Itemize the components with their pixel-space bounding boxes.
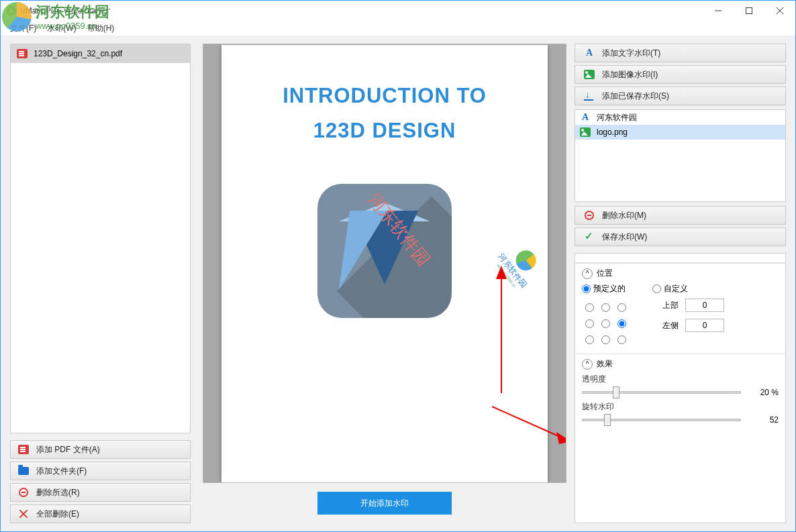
page-heading-2: 123D DESIGN (242, 113, 528, 149)
minimize-button[interactable] (703, 1, 734, 21)
add-image-watermark-button[interactable]: 添加图像水印(I) (575, 65, 786, 84)
file-item[interactable]: 123D_Design_32_cn.pdf (11, 44, 190, 63)
delete-watermark-button[interactable]: 删除水印(M) (575, 206, 786, 225)
app-icon (6, 5, 17, 16)
watermark-list[interactable]: A 河东软件园 logo.png (575, 109, 786, 202)
pdf-icon (17, 443, 30, 456)
rotate-value: 52 (750, 415, 779, 425)
add-pdf-button[interactable]: 添加 PDF 文件(A) (10, 440, 191, 459)
delete-all-button[interactable]: 全部删除(E) (10, 504, 191, 523)
window-controls (703, 1, 795, 21)
titlebar: uMark PDF Watermarker (1, 1, 795, 21)
opacity-slider[interactable] (582, 386, 741, 398)
pos-top-label: 上部 (662, 300, 679, 311)
add-saved-label: 添加已保存水印(S) (602, 91, 669, 102)
image-icon (583, 68, 595, 81)
menubar: 文件(F) 水印(W) 帮助(H) (1, 21, 795, 36)
page-heading-1: INTRODUCTION TO (242, 78, 528, 114)
add-folder-button[interactable]: 添加文件夹(F) (10, 462, 191, 480)
close-icon (17, 508, 30, 520)
window-title: uMark PDF Watermarker (21, 6, 110, 15)
predefined-radio[interactable]: 预定义的 (582, 283, 626, 295)
add-pdf-label: 添加 PDF 文件(A) (36, 444, 100, 456)
rotate-slider[interactable] (582, 414, 741, 426)
delete-watermark-label: 删除水印(M) (602, 210, 646, 221)
bottom-bar: 开始添加水印 (203, 483, 566, 523)
text-a-icon: A (579, 111, 591, 123)
left-panel: 123D_Design_32_cn.pdf 添加 PDF 文件(A) 添加文件夹… (1, 36, 199, 531)
delete-icon (17, 486, 30, 498)
list-item[interactable]: logo.png (575, 125, 785, 140)
add-folder-label: 添加文件夹(F) (36, 466, 87, 477)
svg-point-1 (9, 9, 14, 13)
right-panel: A 添加文字水印(T) 添加图像水印(I) 添加已保存水印(S) A 河东软件园… (570, 36, 795, 531)
check-icon (583, 231, 595, 243)
delete-icon (583, 209, 595, 221)
effects-title: 效果 (597, 358, 613, 370)
list-item[interactable]: A 河东软件园 (575, 110, 785, 125)
menu-watermark[interactable]: 水印(W) (42, 21, 81, 36)
workspace: 123D_Design_32_cn.pdf 添加 PDF 文件(A) 添加文件夹… (1, 36, 795, 531)
start-watermark-label: 开始添加水印 (360, 498, 409, 509)
pos-left-label: 左侧 (662, 320, 679, 331)
delete-all-label: 全部删除(E) (36, 509, 79, 520)
add-saved-watermark-button[interactable]: 添加已保存水印(S) (575, 87, 786, 105)
close-button[interactable] (764, 1, 795, 21)
chevron-up-icon[interactable]: ^ (582, 268, 593, 279)
svg-marker-9 (556, 432, 566, 444)
wm-item-label: logo.png (597, 127, 628, 137)
file-list[interactable]: 123D_Design_32_cn.pdf (10, 44, 191, 433)
download-icon (583, 90, 595, 102)
opacity-value: 20 % (750, 388, 779, 397)
center-panel: INTRODUCTION TO 123D DESIGN 河东软件园 河东软件园 … (199, 36, 570, 531)
add-text-label: 添加文字水印(T) (602, 48, 660, 59)
pdf-page-preview: INTRODUCTION TO 123D DESIGN 河东软件园 河东软件园 … (221, 45, 548, 482)
text-a-icon: A (583, 47, 595, 59)
add-text-watermark-button[interactable]: A 添加文字水印(T) (575, 44, 786, 62)
folder-icon (17, 465, 30, 477)
save-watermark-button[interactable]: 保存水印(W) (575, 227, 786, 246)
pdf-icon (16, 48, 28, 60)
pos-left-input[interactable] (685, 319, 724, 332)
effects-section: ^ 效果 透明度 20 % 旋转水印 52 (575, 354, 785, 433)
wm-item-label: 河东软件园 (597, 112, 637, 123)
file-name: 123D_Design_32_cn.pdf (34, 49, 122, 58)
maximize-button[interactable] (734, 1, 764, 21)
menu-help[interactable]: 帮助(H) (82, 21, 120, 36)
custom-radio[interactable]: 自定义 (652, 283, 688, 295)
opacity-label: 透明度 (582, 374, 779, 385)
settings-panel[interactable]: ^ 位置 预定义的 自定义 上部 (575, 253, 786, 523)
svg-rect-3 (746, 8, 752, 14)
watermark-image-preview: 河东软件园 www.pc0359.cn (488, 237, 546, 296)
position-section: ^ 位置 预定义的 自定义 上部 (575, 263, 785, 354)
save-watermark-label: 保存水印(W) (602, 231, 647, 243)
pos-top-input[interactable] (685, 299, 724, 312)
position-title: 位置 (597, 268, 613, 279)
preview-area[interactable]: INTRODUCTION TO 123D DESIGN 河东软件园 河东软件园 … (203, 44, 566, 483)
position-grid[interactable] (582, 300, 629, 347)
rotate-label: 旋转水印 (582, 401, 779, 413)
menu-file[interactable]: 文件(F) (5, 21, 42, 36)
delete-selected-button[interactable]: 删除所选(R) (10, 483, 191, 502)
image-icon (579, 126, 591, 138)
delete-selected-label: 删除所选(R) (36, 487, 80, 498)
chevron-up-icon[interactable]: ^ (582, 359, 593, 370)
add-image-label: 添加图像水印(I) (602, 69, 658, 81)
start-watermark-button[interactable]: 开始添加水印 (317, 492, 452, 515)
